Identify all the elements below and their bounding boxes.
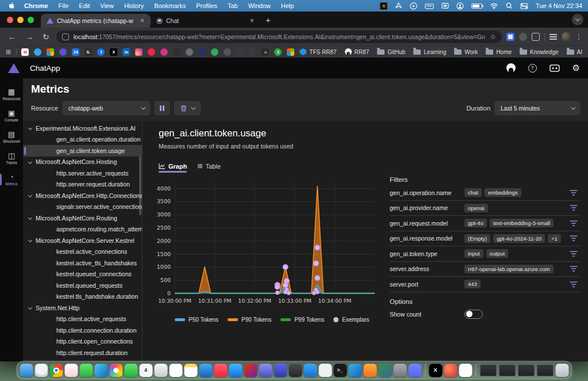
battery-icon[interactable] — [471, 3, 482, 9]
dock-x-app[interactable]: X — [429, 364, 442, 377]
tab-close-icon[interactable]: × — [249, 17, 255, 25]
filter-funnel-icon[interactable] — [570, 189, 578, 196]
filter-chip[interactable]: openai — [464, 204, 488, 212]
tab-close-icon[interactable]: × — [139, 17, 145, 25]
menu-help[interactable]: Help — [276, 2, 299, 9]
play-status-icon[interactable] — [410, 2, 417, 10]
x-status-icon[interactable]: X — [380, 2, 387, 10]
filter-chip[interactable]: output — [486, 249, 508, 258]
bookmark-favicon-facebook[interactable]: f — [97, 48, 105, 56]
extensions-puzzle-icon[interactable] — [532, 33, 540, 41]
dock-reminders[interactable] — [169, 364, 182, 377]
minimize-window-button[interactable] — [17, 17, 24, 23]
dock-textedit[interactable] — [459, 364, 472, 377]
browser-menu-button[interactable]: ⋮ — [575, 33, 582, 41]
bookmark-favicon-sync-1[interactable] — [236, 48, 244, 56]
extension-icon[interactable] — [519, 33, 527, 41]
show-count-toggle[interactable] — [464, 310, 483, 319]
dock-discord[interactable] — [408, 364, 421, 377]
filter-chip[interactable]: chat — [464, 188, 482, 197]
bookmark-favicon-instagram[interactable] — [135, 48, 143, 56]
filter-funnel-icon[interactable] — [570, 265, 578, 272]
bookmark-favicon-apple-music[interactable] — [148, 48, 155, 56]
dock-terminal[interactable]: >_ — [333, 364, 347, 377]
dock-hammer-dev[interactable] — [289, 364, 302, 377]
reload-button[interactable]: ↻ — [40, 32, 52, 41]
filter-funnel-icon[interactable] — [570, 250, 578, 257]
tab-table[interactable]: ⊞Table — [197, 162, 221, 173]
bookmark-favicon-calendar-24[interactable]: 24 — [72, 48, 79, 56]
dock-blue-doc-app[interactable] — [348, 364, 362, 377]
exemplar-dot[interactable] — [313, 261, 318, 266]
tree-item[interactable]: signalr.server.active_connections — [23, 201, 142, 213]
resource-select[interactable]: chatapp-web — [63, 101, 150, 115]
dock-red-app[interactable] — [444, 364, 457, 377]
dock-app-store[interactable] — [229, 364, 242, 377]
chart-area[interactable]: 0500100015002000250030003500400010:30:00… — [149, 175, 379, 323]
nav-arrow-icon[interactable] — [395, 2, 402, 10]
address-bar[interactable]: localhost:17057/metrics/resource/chatapp… — [56, 31, 502, 43]
nav-structured[interactable]: ▤Structured — [0, 129, 23, 145]
dock-notes[interactable] — [184, 364, 197, 377]
token-usage-chart[interactable]: 0500100015002000250030003500400010:30:00… — [149, 175, 378, 312]
tree-item[interactable]: gen_ai.client.operation.duration — [23, 134, 142, 146]
filter-funnel-icon[interactable] — [570, 281, 578, 288]
bookmark-favicon-linkedin[interactable]: in — [122, 48, 130, 56]
bookmark-favicon-navy-app[interactable] — [198, 48, 206, 56]
dock-window-thumb-3[interactable] — [517, 364, 535, 376]
tree-item[interactable]: kestrel.tls_handshake.duration — [23, 291, 142, 303]
exemplar-dot[interactable] — [315, 245, 320, 250]
bookmark-tfs-rr87[interactable]: TFS RR87 — [299, 48, 336, 55]
menu-view[interactable]: View — [95, 2, 119, 9]
filter-chip[interactable]: gpt-4o — [464, 219, 487, 227]
bookmark-favicon-green-app[interactable] — [211, 48, 218, 56]
bookmark-home[interactable]: Home — [486, 49, 512, 55]
tree-item[interactable]: http.client.active_requests — [23, 314, 142, 325]
dock-photos[interactable] — [109, 364, 122, 377]
bookmark-favicon-gray-flower[interactable] — [224, 48, 231, 56]
dock-keychain[interactable] — [393, 364, 406, 377]
menu-chrome[interactable]: Chrome — [19, 2, 53, 9]
bookmark-favicon-s-dot[interactable]: S. — [84, 48, 92, 56]
tree-item[interactable]: http.client.connection.duration — [23, 325, 142, 336]
bookmark-favicon-globe[interactable] — [186, 48, 193, 56]
bookmark-knowledge[interactable]: Knowledge — [520, 49, 558, 55]
apple-logo[interactable] — [8, 2, 14, 9]
menu-tab[interactable]: Tab — [222, 2, 243, 9]
bookmark-star-icon[interactable]: ☆ — [490, 33, 496, 41]
legend-p99-tokens[interactable]: P99 Tokens — [280, 317, 324, 323]
exemplar-dot[interactable] — [283, 264, 288, 269]
help-icon[interactable]: ? — [528, 64, 537, 73]
tab-graph[interactable]: Graph — [159, 162, 187, 173]
translate-extension-icon[interactable] — [506, 33, 514, 41]
filter-chip[interactable]: embeddings — [485, 188, 521, 197]
tree-item[interactable]: gen_ai.client.token.usage — [23, 145, 142, 157]
user-status-icon[interactable] — [456, 2, 464, 10]
dock-m365-copilot[interactable] — [244, 364, 257, 377]
tab-search-button[interactable] — [572, 14, 583, 25]
exemplar-dot[interactable] — [275, 291, 279, 295]
bookmark-ai[interactable]: AI — [567, 49, 582, 55]
spotlight-search-icon[interactable] — [506, 2, 513, 9]
legend-p90-tokens[interactable]: P90 Tokens — [228, 317, 271, 323]
control-center-icon[interactable] — [520, 3, 528, 9]
tree-item[interactable]: aspnetcore.routing.match_attempts — [23, 224, 142, 235]
dock-music[interactable] — [214, 364, 227, 377]
tree-item[interactable]: http.client.open_connections — [23, 336, 142, 348]
nav-console[interactable]: ▣Console — [0, 108, 23, 124]
dock-trash[interactable] — [555, 364, 568, 377]
filter-chip[interactable]: gpt-4o-2024-11-20 — [493, 234, 545, 243]
exemplar-dot[interactable] — [283, 283, 288, 288]
reading-list-icon[interactable] — [549, 34, 557, 40]
tree-group[interactable]: Microsoft.AspNetCore.Http.Connections — [23, 190, 142, 201]
display-status-icon[interactable] — [441, 3, 449, 9]
dock-window-thumb-4[interactable] — [536, 364, 554, 376]
nav-resources[interactable]: ▦Resources — [0, 86, 23, 102]
dock-contacts[interactable] — [154, 364, 167, 377]
close-window-button[interactable] — [7, 17, 13, 23]
dock-app-cleaner[interactable] — [318, 364, 332, 377]
dock-teams[interactable] — [259, 364, 272, 377]
github-icon[interactable] — [506, 63, 516, 73]
filter-chip[interactable]: 443 — [464, 280, 481, 288]
bookmark-favicon-gmail[interactable]: M — [21, 48, 29, 56]
